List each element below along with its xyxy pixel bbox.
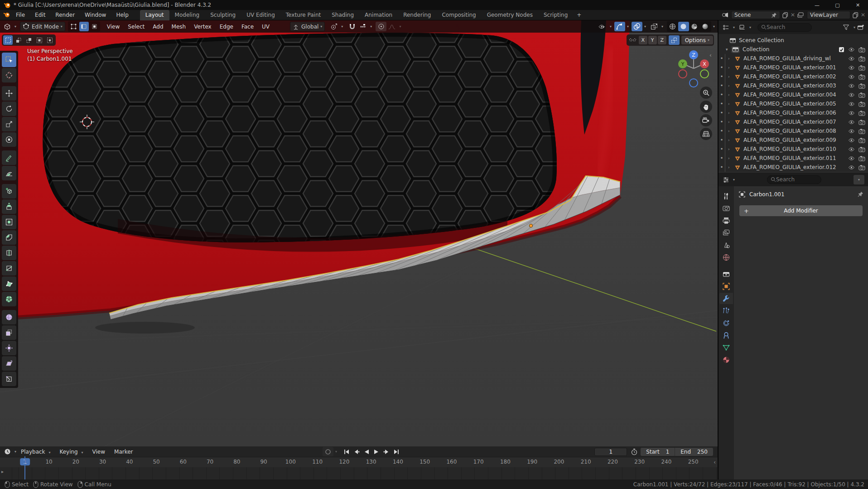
hide-eye-icon[interactable] — [848, 56, 855, 62]
camera-visibility-icon[interactable] — [858, 47, 865, 53]
outliner-display-mode-icon[interactable] — [737, 23, 747, 32]
camera-visibility-icon[interactable] — [858, 119, 865, 125]
camera-view-button[interactable] — [700, 114, 712, 126]
shear-tool[interactable] — [2, 356, 16, 371]
scale-tool[interactable] — [2, 117, 16, 131]
scene-selector-icon[interactable] — [721, 12, 729, 18]
properties-tab-output[interactable] — [719, 215, 733, 226]
expand-chevron-icon[interactable]: › — [728, 65, 734, 70]
properties-tab-object[interactable] — [719, 281, 733, 292]
outliner-row-scene-collection[interactable]: Scene Collection — [719, 36, 868, 45]
next-keyframe-button[interactable] — [381, 448, 391, 456]
shading-wireframe-icon[interactable] — [667, 22, 678, 31]
properties-tab-data[interactable] — [719, 342, 733, 353]
hide-eye-icon[interactable] — [848, 155, 855, 161]
timeline-menu-keying[interactable]: Keying ▾ — [55, 449, 87, 455]
object-origin-dot[interactable] — [529, 224, 532, 227]
expand-chevron-icon[interactable]: › — [728, 111, 734, 115]
expand-chevron-icon[interactable]: › — [728, 102, 734, 106]
hide-eye-icon[interactable] — [848, 128, 855, 134]
expand-chevron-icon[interactable]: › — [728, 83, 734, 88]
viewport-menu-face[interactable]: Face — [237, 24, 258, 30]
camera-visibility-icon[interactable] — [858, 56, 865, 62]
tab-rendering[interactable]: Rendering — [398, 10, 436, 20]
navigation-gizmo[interactable]: Z Y X — [674, 48, 713, 87]
edge-slide-tool[interactable] — [2, 325, 16, 340]
remove-viewlayer-icon[interactable]: ✕ — [861, 12, 865, 18]
camera-visibility-icon[interactable] — [858, 165, 865, 170]
select-invert-icon[interactable] — [34, 35, 44, 45]
hide-eye-icon[interactable] — [848, 101, 855, 107]
poly-build-tool[interactable] — [2, 276, 16, 291]
new-scene-icon[interactable] — [782, 12, 789, 19]
close-button[interactable]: ✕ — [848, 0, 868, 10]
camera-visibility-icon[interactable] — [858, 146, 865, 152]
camera-visibility-icon[interactable] — [858, 101, 865, 107]
pivot-point-icon[interactable] — [328, 22, 339, 31]
tab-texture-paint[interactable]: Texture Paint — [280, 10, 326, 20]
annotate-tool[interactable] — [2, 150, 16, 165]
collection-checkbox[interactable] — [839, 47, 844, 53]
face-select-mode-icon[interactable] — [90, 22, 99, 31]
properties-tab-render[interactable] — [719, 203, 733, 214]
hide-eye-icon[interactable] — [848, 119, 855, 125]
viewlayer-selector-icon[interactable] — [797, 12, 805, 18]
topbar-menu-edit[interactable]: Edit — [30, 10, 50, 20]
show-object-types-icon[interactable] — [597, 22, 608, 31]
move-tool[interactable] — [2, 86, 16, 101]
extrude-region-tool[interactable] — [2, 199, 16, 214]
viewport-menu-select[interactable]: Select — [124, 24, 149, 30]
properties-search[interactable] — [767, 175, 821, 184]
mirror-z-button[interactable]: Z — [658, 36, 666, 44]
tab-modeling[interactable]: Modeling — [169, 10, 205, 20]
proportional-falloff-icon[interactable] — [386, 22, 397, 31]
viewlayer-field[interactable]: ViewLayer — [807, 11, 850, 19]
tab-uv-editing[interactable]: UV Editing — [241, 10, 280, 20]
hide-eye-icon[interactable] — [848, 83, 855, 89]
select-intersect-icon[interactable] — [45, 35, 54, 45]
bevel-tool[interactable] — [2, 230, 16, 245]
shading-solid-icon[interactable] — [678, 22, 689, 31]
topbar-menu-render[interactable]: Render — [50, 10, 80, 20]
maximize-button[interactable]: ▢ — [827, 0, 848, 10]
expand-chevron-icon[interactable]: › — [728, 156, 734, 160]
properties-tab-particles[interactable] — [719, 305, 733, 316]
filter-icon[interactable] — [841, 23, 852, 32]
tab-geometry-nodes[interactable]: Geometry Nodes — [482, 10, 538, 20]
outliner-row-object[interactable]: •›ALFA_ROMEO_GIULIA_exterior.005 — [719, 99, 868, 108]
outliner-row-object[interactable]: •›ALFA_ROMEO_GIULIA_exterior.002 — [719, 72, 868, 81]
rip-region-tool[interactable] — [2, 372, 16, 386]
outliner-row-object[interactable]: •›ALFA_ROMEO_GIULIA_exterior.004 — [719, 90, 868, 99]
sidebar-collapse-icon[interactable]: ‹ — [709, 52, 712, 58]
rotate-tool[interactable] — [2, 102, 16, 116]
play-button[interactable] — [371, 448, 381, 456]
viewport-menu-view[interactable]: View — [103, 24, 124, 30]
select-box-tool[interactable] — [2, 53, 16, 67]
vertex-select-mode-icon[interactable] — [69, 22, 78, 31]
properties-tab-modifiers[interactable] — [719, 293, 733, 304]
outliner-row-collection[interactable]: ▾Collection — [719, 45, 868, 54]
outliner-row-object[interactable]: •›ALFA_ROMEO_GIULIA_exterior.011 — [719, 154, 868, 163]
loop-cut-tool[interactable] — [2, 246, 16, 260]
inset-faces-tool[interactable] — [2, 215, 16, 229]
prev-keyframe-button[interactable] — [352, 448, 362, 456]
spin-tool[interactable] — [2, 292, 16, 306]
timeline-menu-playback[interactable]: Playback ▾ — [16, 449, 55, 455]
hide-eye-icon[interactable] — [848, 165, 855, 170]
current-frame-field[interactable]: 1 — [594, 448, 627, 456]
smooth-tool[interactable] — [2, 310, 16, 324]
outliner-row-object[interactable]: •›ALFA_ROMEO_GIULIA_exterior.010 — [719, 145, 868, 154]
timeline-channels[interactable]: ▸ — [0, 467, 718, 479]
orthographic-toggle-button[interactable] — [700, 128, 712, 140]
mirror-y-button[interactable]: Y — [648, 36, 657, 44]
new-collection-icon[interactable] — [855, 23, 866, 32]
mode-selector[interactable]: Edit Mode ▾ — [20, 22, 65, 31]
mirror-icon[interactable] — [627, 35, 638, 45]
3d-viewport[interactable]: ▾ Edit Mode ▾ ViewSelec — [0, 20, 718, 446]
play-reverse-button[interactable] — [362, 448, 371, 456]
app-menu-icon[interactable] — [3, 11, 11, 19]
properties-search-input[interactable] — [776, 176, 818, 183]
expand-chevron-icon[interactable]: › — [728, 147, 734, 151]
outliner-row-object[interactable]: •›ALFA_ROMEO_GIULIA_exterior.006 — [719, 108, 868, 117]
outliner-row-object[interactable]: •›ALFA_ROMEO_GIULIA_exterior.001 — [719, 63, 868, 72]
